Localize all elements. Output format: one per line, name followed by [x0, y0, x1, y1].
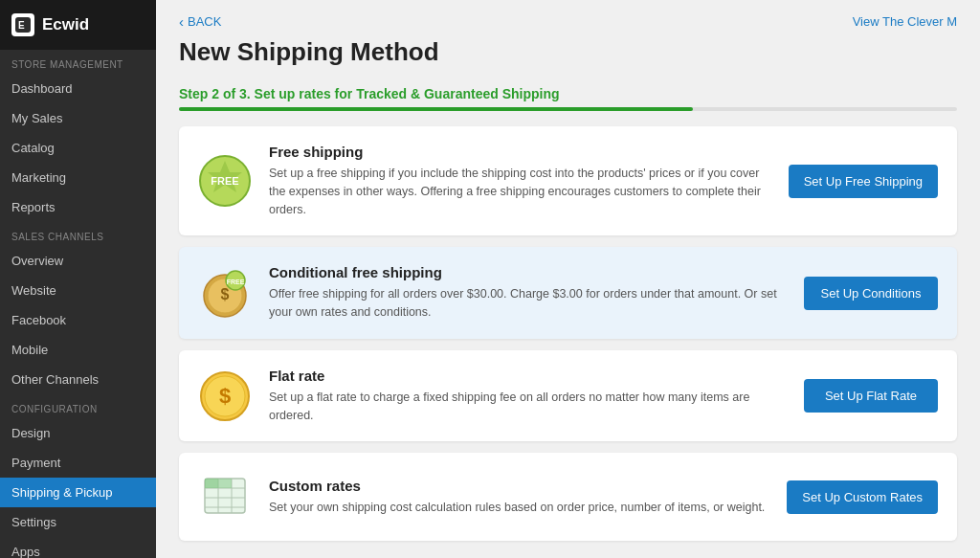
custom-rates-icon	[198, 470, 252, 524]
custom-rates-desc: Set your own shipping cost calculation r…	[269, 499, 769, 517]
custom-rates-title: Custom rates	[269, 478, 769, 494]
free-shipping-body: Free shipping Set up a free shipping if …	[269, 144, 771, 218]
flat-rate-desc: Set up a flat rate to charge a fixed shi…	[269, 389, 787, 425]
sidebar-item-overview[interactable]: Overview	[0, 246, 156, 276]
svg-rect-20	[218, 479, 232, 488]
store-management-label: Store management	[0, 50, 156, 74]
flat-rate-body: Flat rate Set up a flat rate to charge a…	[269, 368, 787, 425]
sidebar-item-shipping-pickup[interactable]: Shipping & Pickup	[0, 478, 156, 507]
svg-text:$: $	[219, 384, 231, 408]
conditional-free-shipping-icon: $ FREE	[198, 266, 252, 320]
sidebar-item-payment[interactable]: Payment	[0, 448, 156, 478]
custom-rates-card: Custom rates Set your own shipping cost …	[179, 453, 957, 541]
view-the-clever-link[interactable]: View The Clever M	[853, 14, 957, 29]
sidebar-item-facebook[interactable]: Facebook	[0, 305, 156, 335]
sidebar-item-dashboard[interactable]: Dashboard	[0, 74, 156, 103]
back-label: BACK	[188, 14, 221, 29]
free-shipping-icon: FREE	[198, 154, 252, 208]
set-up-flat-rate-button[interactable]: Set Up Flat Rate	[804, 379, 938, 413]
set-up-conditions-button[interactable]: Set Up Conditions	[804, 277, 938, 310]
progress-bar-track	[179, 107, 957, 111]
flat-rate-icon: $	[198, 369, 252, 423]
top-bar: ‹ BACK View The Clever M	[156, 0, 980, 33]
svg-text:$: $	[221, 286, 230, 302]
sidebar-item-my-sales[interactable]: My Sales	[0, 103, 156, 133]
page-title: New Shipping Method	[179, 37, 957, 67]
step-text: Step 2 of 3. Set up rates for Tracked & …	[179, 86, 957, 101]
conditional-free-shipping-title: Conditional free shipping	[269, 264, 787, 280]
conditional-free-shipping-body: Conditional free shipping Offer free shi…	[269, 264, 787, 322]
flat-rate-title: Flat rate	[269, 368, 787, 384]
svg-text:FREE: FREE	[227, 279, 245, 285]
svg-text:E: E	[18, 20, 25, 31]
sidebar-item-apps[interactable]: Apps	[0, 537, 156, 558]
sales-channels-label: Sales channels	[0, 222, 156, 246]
custom-rates-body: Custom rates Set your own shipping cost …	[269, 478, 769, 517]
sidebar-item-mobile[interactable]: Mobile	[0, 335, 156, 365]
sidebar-item-reports[interactable]: Reports	[0, 192, 156, 222]
svg-text:FREE: FREE	[211, 175, 238, 187]
free-shipping-card: FREE Free shipping Set up a free shippin…	[179, 126, 957, 235]
progress-bar-fill	[179, 107, 693, 111]
sidebar: E Ecwid Store management Dashboard My Sa…	[0, 0, 156, 558]
cards-container: FREE Free shipping Set up a free shippin…	[156, 126, 980, 558]
back-link[interactable]: ‹ BACK	[179, 13, 221, 30]
sidebar-logo: E Ecwid	[0, 0, 156, 50]
configuration-label: Configuration	[0, 394, 156, 418]
conditional-free-shipping-card: $ FREE Conditional free shipping Offer f…	[179, 247, 957, 339]
free-shipping-title: Free shipping	[269, 144, 771, 160]
svg-rect-19	[205, 479, 218, 488]
flat-rate-card: $ Flat rate Set up a flat rate to charge…	[179, 350, 957, 442]
page-header: New Shipping Method	[156, 33, 980, 86]
free-shipping-desc: Set up a free shipping if you include th…	[269, 165, 771, 218]
set-up-custom-rates-button[interactable]: Set Up Custom Rates	[787, 480, 938, 514]
sidebar-item-other-channels[interactable]: Other Channels	[0, 365, 156, 394]
set-up-free-shipping-button[interactable]: Set Up Free Shipping	[789, 165, 938, 198]
back-arrow-icon: ‹	[179, 13, 184, 30]
sidebar-item-marketing[interactable]: Marketing	[0, 163, 156, 192]
sidebar-item-settings[interactable]: Settings	[0, 507, 156, 537]
sidebar-item-website[interactable]: Website	[0, 276, 156, 305]
sidebar-logo-text: Ecwid	[42, 15, 89, 34]
ecwid-logo-icon: E	[11, 13, 34, 36]
sidebar-item-catalog[interactable]: Catalog	[0, 133, 156, 163]
conditional-free-shipping-desc: Offer free shipping for all orders over …	[269, 285, 787, 322]
sidebar-item-design[interactable]: Design	[0, 418, 156, 448]
step-indicator: Step 2 of 3. Set up rates for Tracked & …	[156, 86, 980, 126]
main-content: ‹ BACK View The Clever M New Shipping Me…	[156, 0, 980, 558]
